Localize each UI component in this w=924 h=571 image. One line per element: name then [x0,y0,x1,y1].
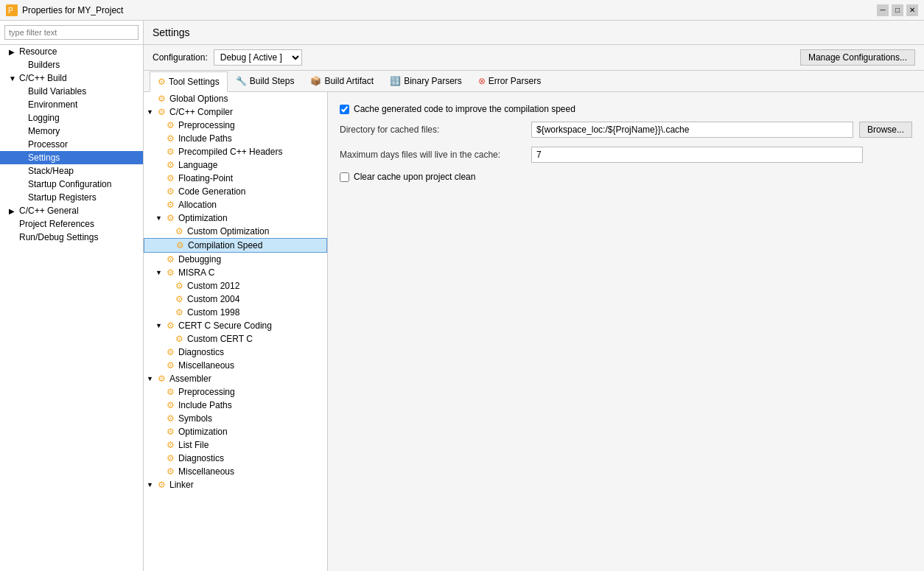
nav-label: Startup Registers [28,192,97,203]
tree-item-global-options[interactable]: ⚙Global Options [144,92,327,105]
tree-item-label: Allocation [178,200,217,210]
manage-configurations-button[interactable]: Manage Configurations... [800,49,915,66]
tree-item-preprocessing[interactable]: ⚙Preprocessing [144,119,327,132]
nav-item-processor[interactable]: Processor [0,138,143,151]
browse-button[interactable]: Browse... [859,122,912,138]
tree-item-diagnostics[interactable]: ⚙Diagnostics [144,346,327,359]
tree-item-asm-diagnostics[interactable]: ⚙Diagnostics [144,452,327,465]
nav-item-startup-registers[interactable]: Startup Registers [0,191,143,204]
config-bar: Configuration: Debug [ Active ] Manage C… [144,45,924,71]
tree-item-custom-2004[interactable]: ⚙Custom 2004 [144,292,327,306]
tree-item-label: Linker [169,480,194,490]
tree-item-linker[interactable]: ▼⚙Linker [144,478,327,491]
tree-item-precompiled-cpp[interactable]: ⚙Precompiled C++ Headers [144,145,327,158]
tree-item-cert-c-secure[interactable]: ▼⚙CERT C Secure Coding [144,319,327,332]
tree-item-label: MISRA C [178,267,214,278]
tree-item-debugging[interactable]: ⚙Debugging [144,253,327,266]
nav-item-memory[interactable]: Memory [0,125,143,138]
tree-node-icon: ⚙ [164,400,176,410]
config-select[interactable]: Debug [ Active ] [214,49,302,66]
tree-item-label: CERT C Secure Coding [178,320,272,331]
close-button[interactable]: ✕ [906,4,918,16]
tab-label: Build Artifact [324,76,374,86]
tree-item-asm-include-paths[interactable]: ⚙Include Paths [144,399,327,412]
left-panel: ▶ResourceBuilders▼C/C++ BuildBuild Varia… [0,21,144,571]
cache-checkbox[interactable] [340,105,349,114]
tab-icon: ⚙ [158,77,166,87]
nav-item-settings[interactable]: Settings [0,151,143,164]
tree-item-custom-1998[interactable]: ⚙Custom 1998 [144,306,327,319]
tab-build-steps[interactable]: 🔧Build Steps [228,71,303,91]
tree-item-label: C/C++ Compiler [169,107,233,117]
nav-label: Settings [28,153,60,163]
nav-item-resource[interactable]: ▶Resource [0,45,143,58]
nav-item-environment[interactable]: Environment [0,98,143,111]
maximize-button[interactable]: □ [892,4,903,16]
tab-tool-settings[interactable]: ⚙Tool Settings [150,71,228,92]
arrow-icon: ▼ [9,74,18,83]
tree-item-label: Language [178,160,217,170]
tab-icon: 📦 [310,76,321,86]
tree-item-label: Floating-Point [178,173,233,183]
minimize-button[interactable]: ─ [877,4,889,16]
tree-arrow-icon: ▼ [155,269,164,276]
svg-text:P: P [8,7,13,15]
title-bar: P Properties for MY_Project ─ □ ✕ [0,0,924,21]
tree-item-miscellaneous[interactable]: ⚙Miscellaneous [144,359,327,372]
nav-label: Logging [28,113,60,123]
arrow-icon: ▶ [9,207,18,215]
tabs-bar: ⚙Tool Settings🔧Build Steps📦Build Artifac… [144,71,924,92]
nav-item-stack-heap[interactable]: Stack/Heap [0,164,143,178]
nav-item-cpp-general[interactable]: ▶C/C++ General [0,204,143,217]
tree-node-icon: ⚙ [155,374,167,384]
tree-item-compilation-speed[interactable]: ⚙Compilation Speed [144,238,327,253]
tree-item-code-generation[interactable]: ⚙Code Generation [144,185,327,198]
nav-item-logging[interactable]: Logging [0,111,143,125]
nav-label: Processor [28,139,68,150]
tree-item-label: Global Options [169,94,228,104]
clear-cache-checkbox[interactable] [340,172,349,182]
maxdays-input[interactable] [531,147,863,163]
tree-node-icon: ⚙ [173,334,185,344]
app-icon: P [6,4,18,16]
right-panel: Settings Configuration: Debug [ Active ]… [144,21,924,571]
tree-node-icon: ⚙ [164,427,176,437]
tree-item-language[interactable]: ⚙Language [144,158,327,172]
nav-label: Startup Configuration [28,179,111,189]
tree-item-optimization[interactable]: ▼⚙Optimization [144,211,327,225]
settings-header: Settings [144,21,924,45]
tree-item-asm-preprocessing[interactable]: ⚙Preprocessing [144,385,327,399]
filter-input[interactable] [4,25,139,40]
tree-item-misra-c[interactable]: ▼⚙MISRA C [144,266,327,279]
tree-item-custom-optimization[interactable]: ⚙Custom Optimization [144,225,327,238]
dir-row: Directory for cached files: Browse... [340,122,912,138]
tree-item-asm-list-file[interactable]: ⚙List File [144,438,327,452]
tree-item-label: Custom Optimization [187,226,269,237]
nav-item-build-variables[interactable]: Build Variables [0,85,143,98]
nav-item-run-debug-settings[interactable]: Run/Debug Settings [0,231,143,244]
nav-item-project-references[interactable]: Project References [0,217,143,231]
tree-item-floating-point[interactable]: ⚙Floating-Point [144,172,327,185]
dir-input[interactable] [531,122,853,138]
nav-item-builders[interactable]: Builders [0,58,143,71]
tree-item-include-paths[interactable]: ⚙Include Paths [144,132,327,145]
tab-binary-parsers[interactable]: 🔢Binary Parsers [382,71,470,91]
tree-node-icon: ⚙ [164,173,176,183]
tab-build-artifact[interactable]: 📦Build Artifact [302,71,382,91]
tree-node-icon: ⚙ [164,147,176,157]
tree-item-allocation[interactable]: ⚙Allocation [144,198,327,211]
tree-item-asm-optimization[interactable]: ⚙Optimization [144,425,327,438]
nav-item-startup-config[interactable]: Startup Configuration [0,178,143,191]
tree-item-label: Compilation Speed [188,240,262,251]
tab-error-parsers[interactable]: ⊗Error Parsers [470,71,549,91]
tree-item-custom-2012[interactable]: ⚙Custom 2012 [144,279,327,292]
tree-item-custom-cert-c[interactable]: ⚙Custom CERT C [144,332,327,346]
tree-item-assembler[interactable]: ▼⚙Assembler [144,372,327,385]
nav-item-cpp-build[interactable]: ▼C/C++ Build [0,71,143,85]
tree-panel: ⚙Global Options▼⚙C/C++ Compiler⚙Preproce… [144,92,328,571]
tree-node-icon: ⚙ [164,413,176,424]
nav-label: Resource [19,46,57,57]
tree-item-asm-miscellaneous[interactable]: ⚙Miscellaneous [144,465,327,478]
tree-item-asm-symbols[interactable]: ⚙Symbols [144,412,327,425]
tree-item-cpp-compiler[interactable]: ▼⚙C/C++ Compiler [144,105,327,119]
